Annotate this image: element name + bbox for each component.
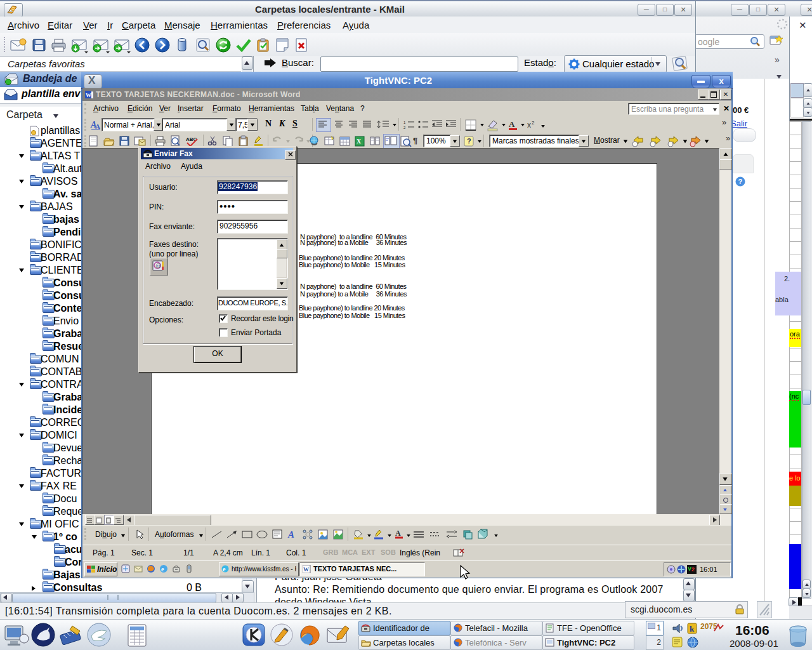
svg-text:e: e — [161, 566, 164, 573]
svg-text:A: A — [95, 123, 100, 130]
svg-text:e: e — [223, 566, 226, 573]
svg-text:A: A — [287, 529, 294, 540]
svg-text:?: ? — [467, 137, 471, 145]
svg-text:X: X — [357, 138, 362, 145]
svg-text:?: ? — [738, 178, 743, 185]
svg-text:2: 2 — [403, 126, 406, 129]
svg-text:x: x — [527, 121, 531, 129]
svg-text:k: k — [690, 624, 695, 633]
svg-text:2: 2 — [532, 120, 535, 126]
svg-text:A: A — [395, 529, 401, 538]
svg-text:1: 1 — [403, 121, 406, 124]
svg-text:W: W — [303, 566, 309, 573]
svg-text:@: @ — [155, 263, 161, 269]
svg-text:W: W — [86, 92, 91, 98]
svg-text:A: A — [509, 119, 515, 129]
